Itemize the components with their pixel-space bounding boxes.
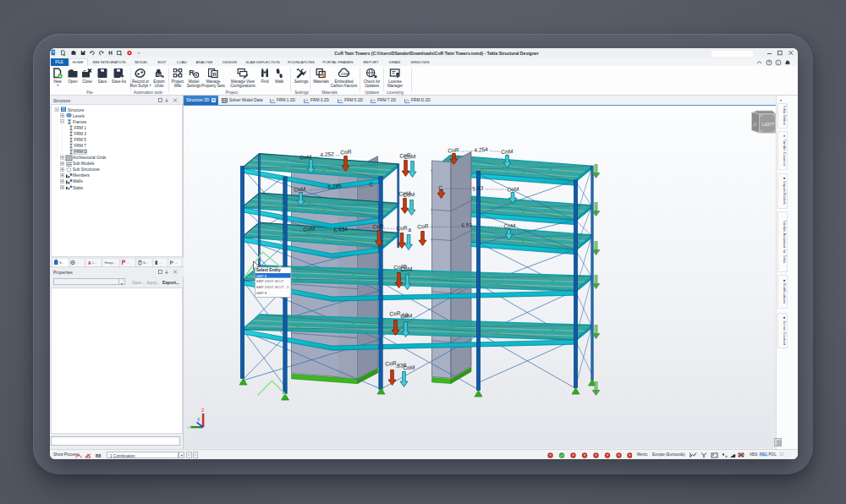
svg-text:R: R bbox=[213, 72, 217, 77]
svg-text:Sub Structures: Sub Structures bbox=[73, 167, 100, 172]
svg-text:FRM 7: FRM 7 bbox=[74, 144, 87, 148]
svg-text:?: ? bbox=[768, 60, 771, 65]
svg-text:LEFT: LEFT bbox=[762, 121, 775, 127]
svg-text:CoR: CoR bbox=[448, 147, 459, 154]
svg-text:S...: S... bbox=[59, 260, 64, 265]
svg-text:C: C bbox=[369, 181, 373, 187]
svg-text:CoM: CoM bbox=[400, 313, 412, 320]
svg-text:FRM 3: FRM 3 bbox=[74, 132, 87, 136]
svg-text:CoM: CoM bbox=[299, 154, 311, 161]
svg-text:CoR: CoR bbox=[340, 149, 352, 156]
svg-text:CoM: CoM bbox=[294, 186, 305, 193]
svg-text:×: × bbox=[595, 453, 597, 457]
svg-text:CoR: CoR bbox=[396, 225, 408, 232]
svg-text:...: ... bbox=[175, 260, 179, 265]
svg-text:Frames: Frames bbox=[73, 120, 87, 124]
svg-text:CO2: CO2 bbox=[341, 72, 349, 76]
svg-text:CoM: CoM bbox=[303, 226, 315, 233]
svg-text:×: × bbox=[629, 453, 631, 457]
svg-text:CoM: CoM bbox=[503, 222, 515, 229]
svg-text:Architectural Grids: Architectural Grids bbox=[73, 156, 107, 160]
svg-text:CoR: CoR bbox=[389, 310, 401, 317]
svg-text:CoM: CoM bbox=[403, 191, 415, 198]
svg-text:FRM D: FRM D bbox=[74, 150, 88, 154]
svg-text:CoR: CoR bbox=[417, 223, 429, 230]
svg-text:FRM 5: FRM 5 bbox=[74, 138, 87, 142]
svg-text:B8: B8 bbox=[96, 453, 102, 458]
svg-text:×: × bbox=[572, 453, 574, 457]
svg-text:CoM: CoM bbox=[400, 266, 412, 272]
svg-text:Walls: Walls bbox=[73, 179, 83, 184]
svg-text:×: × bbox=[549, 453, 552, 457]
svg-text:CoM: CoM bbox=[507, 186, 519, 193]
svg-text:A: A bbox=[88, 260, 91, 266]
svg-text:SBP 8: SBP 8 bbox=[256, 291, 267, 295]
svg-text:Members: Members bbox=[73, 173, 91, 178]
svg-text:S...: S... bbox=[143, 260, 148, 265]
svg-text:Hoop...: Hoop... bbox=[105, 260, 117, 265]
svg-text:CoM: CoM bbox=[403, 364, 415, 371]
svg-text:×: × bbox=[607, 453, 609, 457]
svg-text:SBP 2/D/7-3/C/7: SBP 2/D/7-3/C/7 bbox=[256, 279, 284, 283]
svg-text:...: ... bbox=[159, 260, 162, 265]
svg-text:CoM: CoM bbox=[404, 153, 415, 160]
svg-text:L...: L... bbox=[92, 260, 97, 265]
svg-text:i: i bbox=[777, 60, 778, 65]
svg-text:4.252: 4.252 bbox=[320, 151, 334, 157]
svg-text:FRM 1: FRM 1 bbox=[74, 126, 87, 130]
svg-text:SBP 2/D/7-3/C/7 - 1: SBP 2/D/7-3/C/7 - 1 bbox=[256, 285, 289, 289]
svg-text:Structure: Structure bbox=[68, 108, 85, 112]
svg-text:Y: Y bbox=[186, 425, 190, 430]
svg-text:...: ... bbox=[127, 260, 130, 265]
svg-text:C.: C. bbox=[438, 184, 444, 190]
svg-text:Levels: Levels bbox=[73, 114, 85, 118]
svg-text:Slabs: Slabs bbox=[73, 186, 84, 189]
svg-text:6.51: 6.51 bbox=[461, 222, 473, 228]
svg-text:Sub Models: Sub Models bbox=[73, 162, 95, 166]
svg-text:CoR: CoR bbox=[372, 223, 384, 230]
svg-text:kg: kg bbox=[157, 73, 162, 77]
svg-text:×: × bbox=[584, 453, 586, 457]
svg-text:SBP 8: SBP 8 bbox=[256, 274, 267, 278]
svg-text:H: H bbox=[108, 50, 113, 56]
svg-text:×: × bbox=[618, 453, 620, 457]
svg-text:4.254: 4.254 bbox=[474, 146, 488, 153]
svg-text:6.434: 6.434 bbox=[333, 226, 348, 233]
svg-text:Select Entity: Select Entity bbox=[256, 268, 281, 272]
svg-text:5.43: 5.43 bbox=[472, 185, 484, 192]
svg-text:5.285: 5.285 bbox=[327, 183, 342, 189]
svg-text:...: ... bbox=[77, 260, 80, 265]
svg-text:CoM: CoM bbox=[501, 148, 513, 155]
